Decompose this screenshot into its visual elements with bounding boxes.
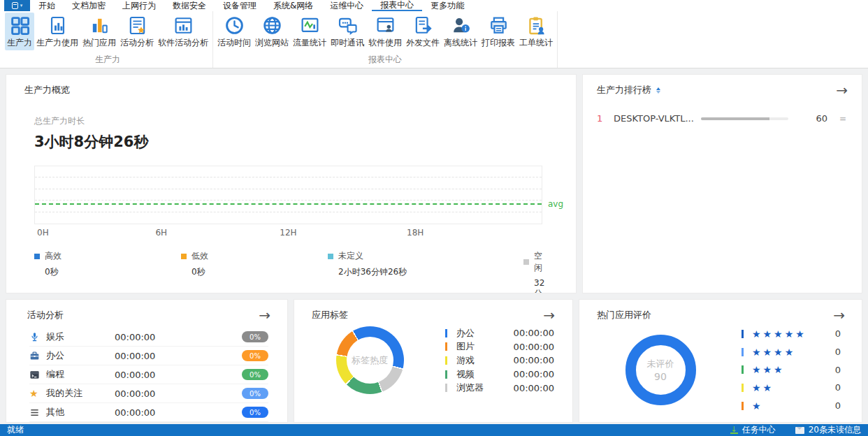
ribbon-button[interactable]: 即时通讯 — [328, 13, 366, 50]
rating-row[interactable]: ★★★0 — [742, 361, 841, 379]
legend-tick — [742, 365, 744, 374]
tag-time: 00:00:00 — [514, 369, 554, 379]
menu-tabs: 开始文档加密上网行为数据安全设备管理系统&网络运维中心报表中心更多功能 — [30, 0, 472, 11]
total-productivity-label: 总生产力时长 — [34, 115, 576, 127]
rating-row[interactable]: ★★★★★0 — [742, 325, 841, 343]
sort-icon[interactable] — [656, 87, 660, 94]
ribbon-button[interactable]: 活动时间 — [215, 13, 253, 50]
ring-center-label: 未评价 — [647, 358, 674, 370]
app-window: ▾ 开始文档加密上网行为数据安全设备管理系统&网络运维中心报表中心更多功能 生产… — [0, 0, 868, 436]
rating-row[interactable]: ★★★★0 — [742, 343, 841, 361]
ribbon-button[interactable]: 工单统计 — [517, 13, 555, 50]
doc-chart-icon — [48, 15, 68, 36]
menu-tab-7[interactable]: 运维中心 — [321, 0, 372, 11]
x-axis-tick: 12H — [280, 228, 296, 238]
legend-value: 0秒 — [45, 266, 181, 278]
percent-badge: 0% — [242, 407, 268, 418]
activity-row[interactable]: 娱乐00:00:000% — [29, 328, 268, 347]
ranking-row[interactable]: 1DESKTOP-VLKTL...60= — [583, 113, 862, 124]
ribbon-button[interactable]: 流量统计 — [291, 13, 328, 50]
menu-tab-5[interactable]: 设备管理 — [215, 0, 265, 11]
productivity-bar-chart: avg 0H6H12H18H — [34, 166, 542, 239]
chart-legend: 高效0秒低效0秒未定义2小时36分钟26秒空闲32分钟 — [34, 250, 542, 293]
rating-row[interactable]: ★★0 — [742, 379, 841, 397]
star-icons: ★★★★★ — [752, 329, 806, 339]
ribbon-group-label: 生产力 — [5, 53, 210, 68]
menu-tab-6[interactable]: 系统&网络 — [265, 0, 321, 11]
menu-tab-9[interactable]: 更多功能 — [422, 0, 472, 11]
ribbon-button[interactable]: 打印报表 — [479, 13, 517, 50]
ribbon-toolbar: 生产力生产力使用热门应用活动分析软件活动分析生产力活动时间浏览网站流量统计即时通… — [0, 11, 868, 68]
ribbon-button[interactable]: 活动分析 — [118, 13, 156, 50]
legend-label: 未定义 — [338, 250, 363, 262]
tag-label: 图片 — [456, 340, 475, 353]
menu-icon — [29, 407, 41, 418]
ribbon-button[interactable]: 离线统计 — [442, 13, 479, 50]
tag-legend-row[interactable]: 办公00:00:00 — [445, 326, 554, 340]
ribbon-button-label: 软件活动分析 — [158, 37, 208, 49]
rating-donut-chart: 未评价 90 — [625, 335, 696, 405]
arrow-right-icon[interactable]: → — [833, 310, 845, 320]
legend-value: 32分钟 — [534, 278, 544, 293]
panel-title: 生产力排行榜 — [597, 84, 651, 96]
ribbon-button[interactable]: 外发文件 — [404, 13, 442, 50]
trend-equal-icon: = — [839, 114, 846, 124]
menu-tab-2[interactable]: 文档加密 — [64, 0, 114, 11]
window-chart-icon — [173, 15, 194, 36]
tags-legend: 办公00:00:00图片00:00:00游戏00:00:00视频00:00:00… — [445, 326, 572, 395]
legend-tick — [445, 356, 447, 365]
ribbon-button-label: 热门应用 — [82, 37, 116, 49]
activity-row[interactable]: 办公00:00:000% — [29, 347, 268, 365]
ribbon-button[interactable]: 软件使用 — [366, 13, 404, 50]
ribbon-button[interactable]: 热门应用 — [80, 13, 118, 50]
tag-legend-row[interactable]: 图片00:00:00 — [445, 340, 554, 354]
tag-label: 游戏 — [456, 354, 475, 367]
task-center-button[interactable]: ↓ 任务中心 — [730, 424, 776, 436]
menu-tab-3[interactable]: 上网行为 — [114, 0, 164, 11]
star-icons: ★★★★ — [752, 347, 795, 357]
arrow-right-icon[interactable]: → — [259, 310, 270, 320]
tag-legend-row[interactable]: 浏览器00:00:00 — [445, 381, 554, 395]
status-bar: 就绪 ↓ 任务中心 20条未读信息 — [0, 424, 868, 436]
rating-row[interactable]: ★0 — [742, 397, 841, 415]
app-menu-button[interactable]: ▾ — [4, 0, 30, 11]
legend-tick — [445, 342, 447, 351]
menu-tab-8[interactable]: 报表中心 — [372, 0, 422, 11]
status-text: 就绪 — [7, 424, 24, 436]
tag-legend-row[interactable]: 视频00:00:00 — [445, 368, 554, 382]
ribbon-button[interactable]: 浏览网站 — [253, 13, 291, 50]
total-productivity-value: 3小时8分钟26秒 — [34, 132, 576, 152]
activity-time: 00:00:00 — [115, 407, 155, 418]
user-info-icon — [451, 15, 471, 36]
task-center-label: 任务中心 — [742, 424, 776, 436]
grid-icon — [10, 15, 30, 36]
legend-tick — [742, 384, 744, 392]
menu-tab-4[interactable]: 数据安全 — [164, 0, 215, 11]
activity-row[interactable]: 编程00:00:000% — [29, 365, 268, 384]
menu-tab-1[interactable]: 开始 — [30, 0, 64, 11]
unread-messages-label: 20条未读信息 — [809, 424, 861, 436]
legend-tick — [742, 330, 744, 338]
ribbon-button[interactable]: 生产力使用 — [34, 13, 80, 50]
menu-bar: ▾ 开始文档加密上网行为数据安全设备管理系统&网络运维中心报表中心更多功能 — [0, 0, 868, 11]
panel-title: 应用标签 — [312, 309, 348, 321]
app-logo-icon — [12, 2, 18, 9]
panel-title: 热门应用评价 — [597, 309, 651, 321]
panel-productivity-overview: 生产力概览 总生产力时长 3小时8分钟26秒 avg 0H6H12H18H 高效… — [6, 74, 577, 293]
activity-row[interactable]: 其他00:00:000% — [29, 403, 268, 422]
ribbon-button[interactable]: 软件活动分析 — [156, 13, 210, 50]
arrow-right-icon[interactable]: → — [836, 85, 848, 95]
legend-label: 空闲 — [534, 250, 544, 274]
legend-label: 低效 — [191, 250, 208, 262]
arrow-right-icon[interactable]: → — [543, 310, 555, 320]
star-icons: ★★★ — [752, 365, 785, 375]
chart-gridline — [35, 189, 542, 189]
ribbon-button[interactable]: 生产力 — [5, 13, 34, 50]
unread-messages-button[interactable]: 20条未读信息 — [795, 424, 861, 436]
legend-value: 0秒 — [191, 266, 328, 278]
x-axis-tick: 18H — [407, 228, 424, 238]
activity-row[interactable]: ★我的关注00:00:000% — [29, 384, 268, 403]
legend-item: 高效0秒 — [34, 250, 181, 293]
tag-legend-row[interactable]: 游戏00:00:00 — [445, 354, 554, 368]
chart-gridline — [35, 212, 542, 212]
